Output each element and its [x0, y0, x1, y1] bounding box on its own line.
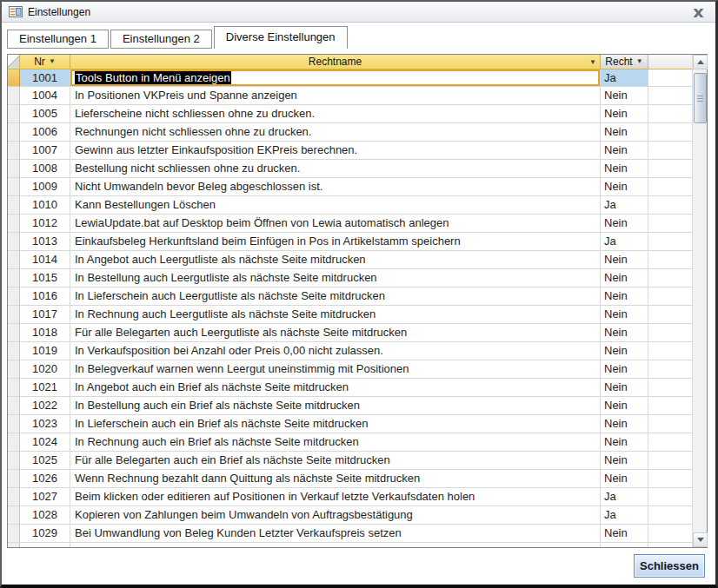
- cell-nr[interactable]: 1029: [20, 525, 70, 543]
- cell-rechtname[interactable]: Einkaufsbeleg Herkunftsland beim Einfüge…: [70, 233, 601, 251]
- row-selector[interactable]: [8, 488, 20, 506]
- cell-nr[interactable]: 1027: [20, 488, 70, 506]
- row-selector[interactable]: [8, 415, 20, 433]
- row-selector[interactable]: [8, 397, 20, 415]
- cell-recht[interactable]: Nein: [601, 251, 648, 269]
- row-selector[interactable]: [8, 233, 20, 251]
- cell-recht[interactable]: Nein: [601, 360, 648, 379]
- cell-rechtname[interactable]: In Bestellung auch Leergutliste als näch…: [70, 269, 601, 287]
- close-button[interactable]: [689, 6, 707, 19]
- cell-recht[interactable]: Nein: [601, 142, 648, 160]
- cell-nr[interactable]: 1006: [20, 123, 70, 142]
- cell-nr[interactable]: 1030: [20, 543, 70, 547]
- row-selector[interactable]: [8, 269, 20, 287]
- scroll-up-button[interactable]: [693, 55, 708, 69]
- cell-recht[interactable]: Nein: [601, 306, 648, 324]
- cell-recht[interactable]: Nein: [601, 160, 648, 178]
- schliessen-button[interactable]: Schliessen: [634, 554, 705, 578]
- cell-rechtname[interactable]: Rechnungen nicht schliessen ohne zu druc…: [70, 123, 601, 142]
- cell-rechtname[interactable]: In Lieferschein auch ein Brief als nächs…: [70, 415, 601, 433]
- cell-recht[interactable]: Nein: [601, 379, 648, 397]
- cell-rechtname[interactable]: Bei Umwandlung von Beleg Kunden Letzter …: [70, 525, 601, 543]
- row-selector[interactable]: [8, 142, 20, 160]
- cell-rechtname[interactable]: In Verkaufsposition bei Anzahl oder Prei…: [70, 342, 601, 360]
- cell-recht[interactable]: Nein: [601, 87, 648, 105]
- row-selector[interactable]: [8, 251, 20, 269]
- tab-einstellungen-1[interactable]: Einstellungen 1: [7, 30, 109, 49]
- row-selector[interactable]: [8, 360, 20, 379]
- row-selector[interactable]: [8, 379, 20, 397]
- row-selector[interactable]: [8, 470, 20, 488]
- cell-rechtname[interactable]: In Lieferschein auch Leergutliste als nä…: [70, 287, 601, 306]
- cell-recht[interactable]: Ja: [601, 196, 648, 215]
- cell-rechtname[interactable]: In Rechnung auch ein Brief als nächste S…: [70, 433, 601, 452]
- cell-nr[interactable]: 1008: [20, 160, 70, 178]
- row-selector[interactable]: [8, 87, 20, 105]
- row-selector[interactable]: [8, 69, 20, 87]
- cell-nr[interactable]: 1004: [20, 87, 70, 105]
- row-selector[interactable]: [8, 160, 20, 178]
- vertical-scrollbar[interactable]: [692, 55, 707, 547]
- row-selector[interactable]: [8, 506, 20, 525]
- cell-nr[interactable]: 1020: [20, 360, 70, 379]
- row-selector[interactable]: [8, 433, 20, 452]
- row-selector[interactable]: [8, 178, 20, 196]
- cell-nr[interactable]: 1028: [20, 506, 70, 525]
- cell-nr[interactable]: 1005: [20, 105, 70, 123]
- cell-rechtname[interactable]: In Rechnung auch Leergutliste als nächst…: [70, 306, 601, 324]
- row-selector[interactable]: [8, 306, 20, 324]
- cell-rechtname[interactable]: Nicht umwandeln wenn Schliessen über Tas…: [70, 543, 601, 547]
- cell-recht[interactable]: Nein: [601, 342, 648, 360]
- cell-recht[interactable]: Nein: [601, 397, 648, 415]
- cell-rechtname[interactable]: In Angebot auch Leergutliste als nächste…: [70, 251, 601, 269]
- cell-recht[interactable]: Ja: [601, 488, 648, 506]
- column-header-rechtname[interactable]: Rechtname ▼: [70, 55, 601, 69]
- cell-nr[interactable]: 1019: [20, 342, 70, 360]
- cell-recht[interactable]: Nein: [601, 543, 648, 547]
- cell-nr[interactable]: 1007: [20, 142, 70, 160]
- cell-rechtname[interactable]: In Angebot auch ein Brief als nächste Se…: [70, 379, 601, 397]
- cell-rechtname[interactable]: In Belegverkauf warnen wenn Leergut unei…: [70, 360, 601, 379]
- cell-recht[interactable]: Nein: [601, 215, 648, 233]
- cell-rechtname[interactable]: Wenn Rechnung bezahlt dann Quittung als …: [70, 470, 601, 488]
- column-header-nr[interactable]: Nr ▼: [20, 55, 70, 69]
- cell-recht[interactable]: Nein: [601, 452, 648, 470]
- cell-rechtname[interactable]: In Positionen VKPreis und Spanne anzeige…: [70, 87, 601, 105]
- cell-recht[interactable]: Nein: [601, 287, 648, 306]
- tab-diverse-einstellungen[interactable]: Diverse Einstellungen: [214, 26, 348, 49]
- cell-rechtname[interactable]: Lieferscheine nicht schliessen ohne zu d…: [70, 105, 601, 123]
- cell-recht[interactable]: Ja: [601, 233, 648, 251]
- cell-nr[interactable]: 1012: [20, 215, 70, 233]
- cell-recht[interactable]: Nein: [601, 269, 648, 287]
- cell-nr[interactable]: 1026: [20, 470, 70, 488]
- cell-recht[interactable]: Ja: [601, 69, 648, 87]
- cell-rechtname[interactable]: Kopieren von Zahlungen beim Umwandeln vo…: [70, 506, 601, 525]
- cell-rechtname[interactable]: LewiaUpdate.bat auf Desktop beim Öffnen …: [70, 215, 601, 233]
- cell-nr[interactable]: 1010: [20, 196, 70, 215]
- row-selector[interactable]: [8, 342, 20, 360]
- cell-rechtname[interactable]: Gewinn aus letzter Einkaufsposition EKPr…: [70, 142, 601, 160]
- sort-dropdown-icon[interactable]: ▼: [636, 58, 643, 65]
- cell-rechtname[interactable]: Kann Bestellungen Löschen: [70, 196, 601, 215]
- row-selector[interactable]: [8, 196, 20, 215]
- tab-einstellungen-2[interactable]: Einstellungen 2: [110, 30, 212, 49]
- cell-nr[interactable]: 1024: [20, 433, 70, 452]
- row-selector[interactable]: [8, 215, 20, 233]
- cell-nr[interactable]: 1001: [20, 69, 70, 87]
- cell-rechtname[interactable]: Nicht Umwandeln bevor Beleg abgeschlosse…: [70, 178, 601, 196]
- row-selector[interactable]: [8, 324, 20, 342]
- row-selector[interactable]: [8, 105, 20, 123]
- cell-nr[interactable]: 1021: [20, 379, 70, 397]
- cell-nr[interactable]: 1025: [20, 452, 70, 470]
- cell-nr[interactable]: 1023: [20, 415, 70, 433]
- cell-rechtname[interactable]: Beim klicken oder editieren auf Position…: [70, 488, 601, 506]
- row-selector[interactable]: [8, 123, 20, 142]
- cell-recht[interactable]: Nein: [601, 470, 648, 488]
- cell-recht[interactable]: Nein: [601, 105, 648, 123]
- cell-rechtname[interactable]: Für alle Belegarten auch Leergutliste al…: [70, 324, 601, 342]
- cell-rechtname[interactable]: In Bestellung auch ein Brief als nächste…: [70, 397, 601, 415]
- row-selector[interactable]: [8, 543, 20, 547]
- column-header-recht[interactable]: Recht ▼: [601, 55, 648, 69]
- sort-dropdown-icon[interactable]: ▼: [49, 58, 56, 65]
- row-selector[interactable]: [8, 452, 20, 470]
